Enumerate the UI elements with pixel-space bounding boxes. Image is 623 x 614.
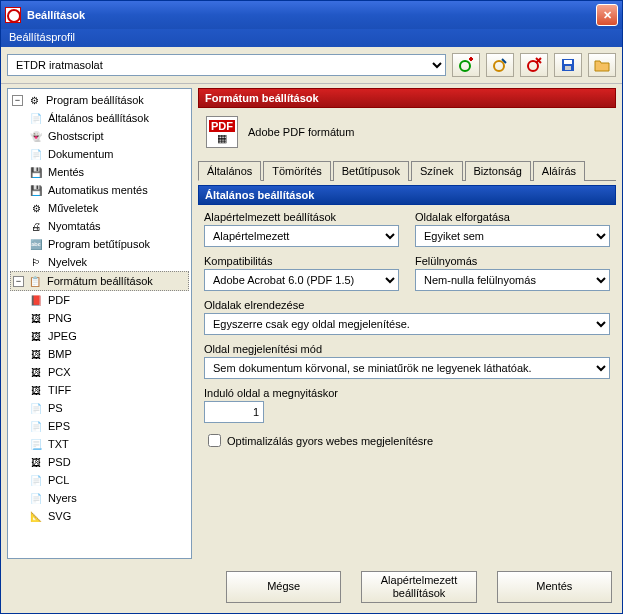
close-button[interactable]: ✕ bbox=[596, 4, 618, 26]
tree-item-pcx[interactable]: 🖼PCX bbox=[10, 363, 189, 381]
rotation-select[interactable]: Egyiket sem bbox=[415, 225, 610, 247]
tree-item-eps[interactable]: 📄EPS bbox=[10, 417, 189, 435]
dialog-buttons: Mégse Alapértelmezett beállítások Mentés bbox=[1, 563, 622, 613]
svg-point-0 bbox=[460, 61, 470, 71]
image-icon: 🖼 bbox=[28, 364, 44, 380]
toolbar: ETDR iratmasolat bbox=[1, 47, 622, 84]
tree-label: Automatikus mentés bbox=[48, 184, 148, 196]
disk-icon: 💾 bbox=[28, 164, 44, 180]
cancel-button[interactable]: Mégse bbox=[226, 571, 341, 603]
file-icon: 📄 bbox=[28, 490, 44, 506]
tree-item-svg[interactable]: 📐SVG bbox=[10, 507, 189, 525]
tree-label: SVG bbox=[48, 510, 71, 522]
file-icon: 📄 bbox=[28, 472, 44, 488]
tab-fonts[interactable]: Betűtípusok bbox=[333, 161, 409, 181]
file-icon: 📄 bbox=[28, 400, 44, 416]
pdf-format-icon: PDF ▦ bbox=[206, 116, 238, 148]
tree-label: PSD bbox=[48, 456, 71, 468]
tab-security[interactable]: Biztonság bbox=[465, 161, 531, 181]
tab-compression[interactable]: Tömörítés bbox=[263, 161, 331, 181]
tree-label: JPEG bbox=[48, 330, 77, 342]
tree-item-pcl[interactable]: 📄PCL bbox=[10, 471, 189, 489]
defaults-select[interactable]: Alapértelmezett bbox=[204, 225, 399, 247]
collapse-icon[interactable]: − bbox=[13, 276, 24, 287]
tree-label: PCX bbox=[48, 366, 71, 378]
add-icon bbox=[458, 57, 474, 73]
tree-item-psd[interactable]: 🖼PSD bbox=[10, 453, 189, 471]
save-button[interactable]: Mentés bbox=[497, 571, 612, 603]
printer-icon: 🖨 bbox=[28, 218, 44, 234]
image-icon: 🖼 bbox=[28, 346, 44, 362]
tree-label: PS bbox=[48, 402, 63, 414]
startpage-label: Induló oldal a megnyitáskor bbox=[204, 387, 399, 399]
delete-icon bbox=[526, 57, 542, 73]
text-icon: 📃 bbox=[28, 436, 44, 452]
tree-item-jpeg[interactable]: 🖼JPEG bbox=[10, 327, 189, 345]
image-icon: 🖼 bbox=[28, 328, 44, 344]
collapse-icon[interactable]: − bbox=[12, 95, 23, 106]
tab-colors[interactable]: Színek bbox=[411, 161, 463, 181]
tree-program-settings[interactable]: − ⚙ Program beállítások bbox=[10, 91, 189, 109]
tree-label: Formátum beállítások bbox=[47, 275, 153, 287]
layout-select[interactable]: Egyszerre csak egy oldal megjelenítése. bbox=[204, 313, 610, 335]
image-icon: 🖼 bbox=[28, 310, 44, 326]
tree-item-autosave[interactable]: 💾Automatikus mentés bbox=[10, 181, 189, 199]
open-folder-button[interactable] bbox=[588, 53, 616, 77]
add-profile-button[interactable] bbox=[452, 53, 480, 77]
edit-icon bbox=[492, 57, 508, 73]
tree-panel[interactable]: − ⚙ Program beállítások 📄Általános beáll… bbox=[7, 88, 192, 559]
tree-item-txt[interactable]: 📃TXT bbox=[10, 435, 189, 453]
tree-label: Mentés bbox=[48, 166, 84, 178]
profile-select[interactable]: ETDR iratmasolat bbox=[7, 54, 446, 76]
delete-profile-button[interactable] bbox=[520, 53, 548, 77]
tab-signature[interactable]: Aláírás bbox=[533, 161, 585, 181]
tabs: Általános Tömörítés Betűtípusok Színek B… bbox=[198, 160, 616, 181]
tree-item-ps[interactable]: 📄PS bbox=[10, 399, 189, 417]
edit-profile-button[interactable] bbox=[486, 53, 514, 77]
overprint-label: Felülnyomás bbox=[415, 255, 610, 267]
tree-format-settings[interactable]: − 📋 Formátum beállítások bbox=[10, 271, 189, 291]
tree-label: Ghostscript bbox=[48, 130, 104, 142]
tree-label: EPS bbox=[48, 420, 70, 432]
compat-select[interactable]: Adobe Acrobat 6.0 (PDF 1.5) bbox=[204, 269, 399, 291]
window-title: Beállítások bbox=[27, 9, 85, 21]
tab-general[interactable]: Általános bbox=[198, 161, 261, 181]
tree-item-tiff[interactable]: 🖼TIFF bbox=[10, 381, 189, 399]
tree-item-general[interactable]: 📄Általános beállítások bbox=[10, 109, 189, 127]
tree-label: TIFF bbox=[48, 384, 71, 396]
general-section-header: Általános beállítások bbox=[198, 185, 616, 205]
tree-label: PCL bbox=[48, 474, 69, 486]
image-icon: 🖼 bbox=[28, 454, 44, 470]
svg-point-1 bbox=[494, 61, 504, 71]
optimize-checkbox[interactable] bbox=[208, 434, 221, 447]
close-icon: ✕ bbox=[603, 9, 612, 22]
pdf-icon: 📕 bbox=[28, 292, 44, 308]
tree-item-raw[interactable]: 📄Nyers bbox=[10, 489, 189, 507]
save-profile-button[interactable] bbox=[554, 53, 582, 77]
tree-label: Dokumentum bbox=[48, 148, 113, 160]
doc-icon: 📄 bbox=[28, 146, 44, 162]
file-icon: 📄 bbox=[28, 418, 44, 434]
tree-item-print[interactable]: 🖨Nyomtatás bbox=[10, 217, 189, 235]
doc-icon: 📄 bbox=[28, 110, 44, 126]
tree-label: Nyelvek bbox=[48, 256, 87, 268]
tree-item-ghostscript[interactable]: 👻Ghostscript bbox=[10, 127, 189, 145]
tree-item-bmp[interactable]: 🖼BMP bbox=[10, 345, 189, 363]
tree-item-pdf[interactable]: 📕PDF bbox=[10, 291, 189, 309]
tree-item-document[interactable]: 📄Dokumentum bbox=[10, 145, 189, 163]
tree-item-png[interactable]: 🖼PNG bbox=[10, 309, 189, 327]
pagemode-select[interactable]: Sem dokumentum körvonal, se miniatűrök n… bbox=[204, 357, 610, 379]
tree-label: PDF bbox=[48, 294, 70, 306]
tree-item-fonts[interactable]: 🔤Program betűtípusok bbox=[10, 235, 189, 253]
layout-label: Oldalak elrendezése bbox=[204, 299, 610, 311]
tree-item-languages[interactable]: 🏳Nyelvek bbox=[10, 253, 189, 271]
overprint-select[interactable]: Nem-nulla felülnyomás bbox=[415, 269, 610, 291]
tree-item-operations[interactable]: ⚙Műveletek bbox=[10, 199, 189, 217]
right-panel: Formátum beállítások PDF ▦ Adobe PDF for… bbox=[198, 88, 616, 559]
defaults-button[interactable]: Alapértelmezett beállítások bbox=[361, 571, 476, 603]
tree-item-save[interactable]: 💾Mentés bbox=[10, 163, 189, 181]
format-info: PDF ▦ Adobe PDF formátum bbox=[198, 108, 616, 156]
flag-icon: 🏳 bbox=[28, 254, 44, 270]
tree-label: Általános beállítások bbox=[48, 112, 149, 124]
startpage-input[interactable] bbox=[204, 401, 264, 423]
